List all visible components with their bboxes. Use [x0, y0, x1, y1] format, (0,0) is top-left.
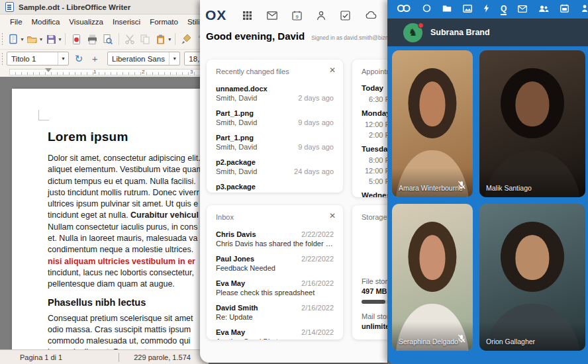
video-tile[interactable]: Seraphina Delgado	[392, 204, 473, 351]
mail-icon[interactable]	[518, 3, 527, 15]
cut-button[interactable]	[123, 32, 136, 46]
video-tile[interactable]: Amara Winterbourne	[392, 50, 473, 197]
toolbar-grip[interactable]	[1, 52, 3, 66]
doc-line: condimentum neque a molestie ultrices.	[48, 244, 209, 255]
update-style-icon[interactable]: ↻	[73, 53, 85, 65]
svg-text:9: 9	[296, 13, 299, 19]
open-button[interactable]	[25, 32, 38, 46]
workspace-avatar[interactable]: ♞	[403, 23, 422, 42]
font-dropdown-arrow[interactable]: ▾	[169, 52, 179, 65]
contacts-icon[interactable]	[538, 3, 549, 15]
ox-portal-window: OX 9	[200, 0, 387, 363]
appointment-day: Today	[362, 84, 387, 92]
appointment[interactable]: 12:00 PMV	[362, 165, 387, 176]
ruler-bar	[9, 69, 209, 75]
file-item[interactable]: p2.package Smith, David24 days ago	[216, 158, 334, 176]
widget-title: Inbox	[216, 213, 334, 221]
writer-titlebar[interactable]: Sample.odt - LibreOffice Writer	[0, 0, 209, 15]
new-document-button[interactable]	[7, 32, 20, 46]
menu-visualizza[interactable]: Visualizza	[64, 16, 108, 28]
menu-modifica[interactable]: Modifica	[27, 16, 65, 28]
save-dropdown[interactable]: ▾	[58, 36, 61, 42]
menu-inserisci[interactable]: Inserisci	[108, 16, 145, 28]
drive-cloud-icon[interactable]	[365, 11, 377, 19]
apps-grid-icon[interactable]	[242, 11, 252, 21]
copy-button[interactable]	[138, 32, 152, 46]
greeting-text: Good evening, David	[206, 30, 305, 42]
menu-file[interactable]: File	[5, 16, 27, 28]
mail-item[interactable]: Chris Davis2/22/2022 Chris Davis has sha…	[216, 230, 334, 248]
widget-title: Recently changed files	[216, 68, 334, 75]
video-tile[interactable]: Malik Santiago	[479, 50, 585, 197]
font-name-combo[interactable]: Liberation Sans ▾	[107, 52, 180, 66]
new-style-icon[interactable]: +	[89, 53, 101, 64]
file-item[interactable]: Part_1.png Smith, David9 days ago	[216, 109, 334, 127]
ruler-number: 3	[190, 69, 193, 75]
indent-marker[interactable]	[45, 68, 52, 72]
files-folder-icon[interactable]	[442, 3, 452, 15]
calendar-icon[interactable]	[560, 3, 569, 15]
toolbar-grip[interactable]	[1, 32, 3, 46]
toolbar-separator	[65, 33, 66, 45]
calendar-icon[interactable]: 9	[292, 11, 302, 21]
appointment[interactable]: 8:00 PMF	[362, 155, 387, 165]
appointment[interactable]: 5:00 PMA	[362, 176, 387, 187]
video-tile[interactable]: Orion Gallagher	[479, 204, 585, 351]
file-storage-value: 497 MB of	[362, 287, 387, 296]
video-meeting-window: Q ♞ Subrana Brand Amara Winterbo	[387, 0, 588, 364]
app-logo-icon[interactable]	[397, 3, 411, 15]
mail-item[interactable]: Paul Jones2/22/2022 Feedback Needed	[216, 254, 334, 273]
contacts-icon[interactable]	[317, 11, 326, 21]
paragraph-style-combo[interactable]: Titolo 1 ▾	[7, 52, 69, 66]
appointment[interactable]: 12:00 PMLu	[362, 119, 387, 130]
close-icon[interactable]: ✕	[329, 211, 336, 220]
file-item[interactable]: unnamed.docx Smith, David2 days ago	[216, 84, 334, 103]
text-boundary-corner	[38, 110, 49, 120]
ruler-number: 2	[142, 69, 144, 75]
paste-dropdown[interactable]: ▾	[168, 36, 171, 42]
writer-statusbar: Pagina 1 di 1 229 parole, 1.574 caratter…	[0, 349, 209, 364]
paste-button[interactable]	[154, 32, 168, 46]
open-dropdown[interactable]: ▾	[40, 36, 42, 42]
save-button[interactable]	[44, 32, 58, 46]
mail-icon[interactable]	[267, 11, 277, 20]
appointment[interactable]: 2:00 PMP	[362, 130, 387, 140]
document-canvas[interactable]: Lorem ipsum Dolor sit amet, consectetur …	[0, 77, 209, 349]
document-text[interactable]: Lorem ipsum Dolor sit amet, consectetur …	[48, 130, 209, 349]
participant-name: Orion Gallagher	[486, 338, 535, 345]
new-document-dropdown[interactable]: ▾	[21, 36, 23, 42]
menu-formato[interactable]: Formato	[145, 16, 183, 28]
signed-in-text: Signed in as david.smith@bizmail.com	[311, 34, 387, 41]
q-tab-icon[interactable]: Q	[501, 4, 507, 15]
appointment[interactable]: 6:30 PM@	[362, 94, 387, 105]
media-image-icon[interactable]	[463, 3, 472, 15]
horizontal-ruler[interactable]: 1 2 3	[0, 68, 209, 77]
clone-formatting-button[interactable]	[179, 32, 193, 46]
participant-name: Malik Santiago	[486, 184, 532, 192]
doc-line: et. Nulla in laoreet mauris, malesuada v…	[48, 233, 209, 244]
tasks-icon[interactable]	[340, 11, 350, 21]
flash-icon[interactable]	[483, 3, 489, 15]
participant-name: Amara Winterbourne	[399, 184, 463, 192]
doc-line: Nullam consectetur iaculis purus, in con…	[48, 222, 209, 233]
widget-title: Appointments	[362, 68, 387, 75]
mail-item[interactable]: Eva May2/14/2022 Another Good Photo	[216, 328, 334, 340]
style-dropdown-arrow[interactable]: ▾	[58, 52, 68, 65]
file-item[interactable]: p3.package Smith, David4 days ago	[216, 182, 334, 193]
ruler-number: 1	[93, 69, 96, 75]
export-pdf-button[interactable]	[70, 32, 83, 46]
close-icon[interactable]: ✕	[329, 66, 336, 75]
ox-topbar: OX 9	[205, 7, 387, 24]
mail-item[interactable]: David Smith2/16/2022 Re: Update	[216, 303, 334, 322]
print-button[interactable]	[85, 32, 99, 46]
status-circle-icon[interactable]	[422, 3, 431, 15]
more-icon[interactable]	[581, 3, 588, 15]
file-storage-progress-fill	[362, 300, 385, 304]
document-page[interactable]: Lorem ipsum Dolor sit amet, consectetur …	[12, 89, 209, 349]
page-count[interactable]: Pagina 1 di 1	[0, 353, 119, 361]
print-preview-button[interactable]	[101, 32, 114, 46]
mail-item[interactable]: Eva May2/16/2022 Please check this sprea…	[216, 279, 334, 297]
word-count[interactable]: 229 parole, 1.574 caratteri	[119, 353, 209, 362]
file-item[interactable]: Part_1.png Smith, David9 days ago	[216, 133, 334, 152]
ox-logo[interactable]: OX	[205, 7, 226, 23]
